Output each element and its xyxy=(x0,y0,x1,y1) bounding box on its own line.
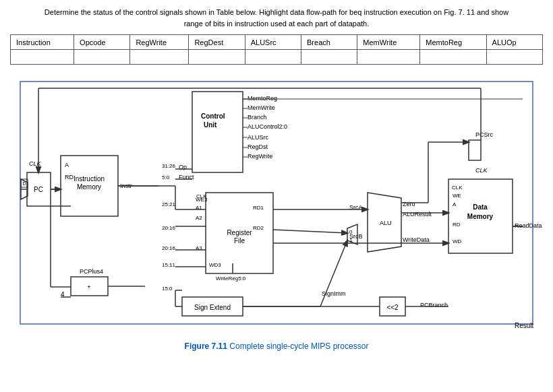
control-unit-label: Control xyxy=(201,112,225,120)
branch-signal: Branch xyxy=(248,114,267,121)
svg-text:CLK: CLK xyxy=(196,193,207,199)
pcplus4-label: PCPlus4 xyxy=(80,268,103,275)
figure-caption: Figure 7.11 Complete single-cycle MIPS p… xyxy=(10,341,543,351)
memtoreg-signal: MemtoReg xyxy=(248,95,277,102)
bits-25-21: 25:21 xyxy=(162,201,176,207)
col-memtoreg: MemtoReg xyxy=(420,35,486,50)
srcb-mux-0: 0 xyxy=(349,229,353,235)
writereg-label: WriteReg5:0 xyxy=(216,275,246,282)
col-breach: Breach xyxy=(301,35,357,50)
a2-label: A2 xyxy=(196,215,202,221)
svg-text:Memory: Memory xyxy=(77,183,101,191)
col-memwrite: MemWrite xyxy=(357,35,420,50)
svg-text:Unit: Unit xyxy=(204,121,217,129)
svg-rect-29 xyxy=(469,140,481,160)
col-regwrite: RegWrite xyxy=(130,35,189,50)
writedata-label: WriteData xyxy=(403,236,430,243)
regdst-signal: RegDst xyxy=(248,143,268,150)
clk-right-label: CLK xyxy=(475,167,488,174)
table-container: Instruction Opcode RegWrite RegDest ALUS… xyxy=(10,34,543,65)
instr-rd-label: RD xyxy=(65,174,74,181)
diagram-container: PC CLK D Instruction Memory A RD Instr 3… xyxy=(10,75,543,337)
col-aluop: ALUOp xyxy=(486,35,542,50)
zero-label: Zero xyxy=(403,201,415,207)
dm-clk-label: CLK xyxy=(452,185,463,191)
alu-label: ALU xyxy=(380,220,392,226)
svg-text:+: + xyxy=(87,284,90,290)
dm-we-label: WE xyxy=(453,193,461,199)
bits-20-16a: 20:16 xyxy=(162,225,176,231)
svg-text:File: File xyxy=(234,237,245,244)
clk-left-label: CLK xyxy=(29,160,42,167)
shift-label: <<2 xyxy=(386,304,399,311)
rd2-label: RD2 xyxy=(253,225,264,231)
pc-label: PC xyxy=(34,186,43,193)
regwrite-signal: RegWrite xyxy=(248,153,272,160)
srcb-mux-1: 1 xyxy=(349,237,353,243)
memwrite-signal: MemWrite xyxy=(248,104,275,111)
col-opcode: Opcode xyxy=(74,35,130,50)
result-label: Result xyxy=(515,322,534,329)
readdata-label: ReadData xyxy=(515,222,542,229)
rd1-label: RD1 xyxy=(253,205,264,211)
dm-rd-label: RD xyxy=(453,222,461,228)
table-row xyxy=(11,50,543,65)
bits-15-0: 15:0 xyxy=(162,286,173,292)
control-signals-table: Instruction Opcode RegWrite RegDest ALUS… xyxy=(10,34,543,65)
aluscr-signal: ALUSrc xyxy=(248,134,269,141)
col-alusrc: ALUSrc xyxy=(245,35,301,50)
bits-31-26: 31:26 xyxy=(162,163,176,169)
aluresult-label: ALUResult xyxy=(403,211,432,218)
bits-20-16b: 20:16 xyxy=(162,245,176,251)
figure-caption-text: Complete single-cycle MIPS processor xyxy=(229,341,368,351)
intro-text: Determine the status of the control sign… xyxy=(40,7,513,29)
col-instruction: Instruction xyxy=(11,35,74,50)
wd3-label: WD3 xyxy=(209,262,221,268)
instruction-memory-label: Instruction xyxy=(74,175,105,183)
instr-a-label: A xyxy=(65,162,69,168)
bits-15-11: 15:11 xyxy=(162,262,176,268)
mips-diagram: PC CLK D Instruction Memory A RD Instr 3… xyxy=(10,75,543,337)
pcbranch-label: PCBranch xyxy=(420,302,448,308)
register-file-label: Register xyxy=(227,229,252,236)
svg-text:Memory: Memory xyxy=(467,213,494,220)
sign-extend-label: Sign Extend xyxy=(194,304,231,311)
dm-wd-label: WD xyxy=(453,238,462,244)
bits-5-0: 5:0 xyxy=(162,174,170,181)
data-memory-label: Data xyxy=(473,203,488,211)
col-regdest: RegDest xyxy=(189,35,245,50)
alucontrol-signal: ALUControl2:0 xyxy=(248,123,287,130)
dm-a-label: A xyxy=(453,201,457,207)
svg-line-44 xyxy=(273,230,347,233)
svg-rect-9 xyxy=(192,92,243,172)
figure-caption-strong: Figure 7.11 xyxy=(185,341,227,351)
pcsrc-label: PCSrc xyxy=(475,131,494,138)
